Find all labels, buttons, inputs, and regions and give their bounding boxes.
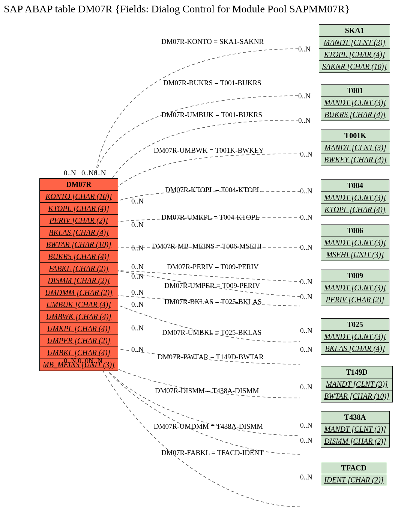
main-field: BKLAS [CHAR (4)] bbox=[40, 227, 118, 239]
card-l2: 0..N bbox=[131, 221, 144, 229]
card-r1: 0..N bbox=[298, 92, 311, 100]
rel-header: T001K bbox=[321, 130, 390, 142]
rel-tfacd: TFACD IDENT [CHAR (2)] bbox=[321, 462, 387, 486]
main-field: KTOPL [CHAR (4)] bbox=[40, 203, 118, 215]
card-r12: 0..N bbox=[300, 473, 312, 481]
rel-field: PERIV [CHAR (2)] bbox=[321, 294, 389, 306]
rel-field: SAKNR [CHAR (10)] bbox=[319, 61, 390, 73]
rel-field: MANDT [CLNT (3)] bbox=[321, 423, 390, 436]
rel-field: MSEHI [UNIT (3)] bbox=[321, 249, 389, 261]
join-9: DM07R-BKLAS = T025-BKLAS bbox=[164, 298, 262, 306]
join-10: DM07R-UMBKL = T025-BKLAS bbox=[162, 329, 261, 337]
card-r10: 0..N bbox=[300, 383, 312, 391]
main-field: KONTO [CHAR (10)] bbox=[40, 191, 118, 203]
rel-header: T001 bbox=[321, 85, 389, 97]
join-2: DM07R-UMBUK = T001-BUKRS bbox=[161, 111, 262, 119]
join-11: DM07R-BWTAR = T149D-BWTAR bbox=[158, 353, 264, 361]
main-field: UMPER [CHAR (2)] bbox=[40, 335, 118, 347]
card-top-group: 0..N 0..N0..N bbox=[64, 169, 106, 177]
main-field: FABKL [CHAR (2)] bbox=[40, 263, 118, 275]
rel-t001k: T001K MANDT [CLNT (3)] BWKEY [CHAR (4)] bbox=[321, 130, 390, 166]
join-5: DM07R-UMKPL = T004-KTOPL bbox=[161, 213, 260, 222]
card-r9a: 0..N bbox=[300, 327, 312, 335]
card-l7: 0..N bbox=[131, 300, 144, 309]
card-r11: 0..N bbox=[300, 421, 312, 430]
rel-t009: T009 MANDT [CLNT (3)] PERIV [CHAR (2)] bbox=[321, 270, 389, 306]
rel-header: T006 bbox=[321, 225, 389, 237]
card-r11b: 0..N bbox=[300, 436, 312, 445]
card-l9: 0..N bbox=[131, 345, 144, 354]
rel-field: MANDT [CLNT (3)] bbox=[321, 378, 393, 390]
rel-header: T009 bbox=[321, 270, 389, 282]
main-field: UMDMM [CHAR (2)] bbox=[40, 287, 118, 299]
join-13: DM07R-UMDMM = T438A-DISMM bbox=[154, 422, 263, 431]
card-r8: 0..N bbox=[300, 293, 312, 301]
rel-header: T004 bbox=[321, 180, 389, 192]
rel-field: BWTAR [CHAR (10)] bbox=[321, 390, 393, 402]
rel-field: IDENT [CHAR (2)] bbox=[321, 474, 387, 486]
rel-t006: T006 MANDT [CLNT (3)] MSEHI [UNIT (3)] bbox=[321, 225, 389, 261]
rel-field: MANDT [CLNT (3)] bbox=[321, 331, 389, 343]
join-3: DM07R-UMBWK = T001K-BWKEY bbox=[154, 146, 264, 155]
join-8: DM07R-UMPER = T009-PERIV bbox=[164, 282, 260, 290]
rel-field: BKLAS [CHAR (4)] bbox=[321, 343, 389, 355]
card-l1: 0..N bbox=[131, 197, 144, 205]
rel-t438a: T438A MANDT [CLNT (3)] DISMM [CHAR (2)] bbox=[321, 411, 390, 448]
rel-header: T438A bbox=[321, 411, 390, 423]
rel-t001: T001 MANDT [CLNT (3)] BUKRS [CHAR (4)] bbox=[321, 84, 389, 121]
card-r4: 0..N bbox=[300, 187, 312, 195]
main-field: DISMM [CHAR (2)] bbox=[40, 275, 118, 287]
join-4: DM07R-KTOPL = T004-KTOPL bbox=[165, 186, 261, 194]
card-r3: 0..N bbox=[300, 150, 312, 158]
card-r9b: 0..N bbox=[300, 345, 312, 354]
rel-ska1: SKA1 MANDT [CLNT (3)] KTOPL [CHAR (4)] S… bbox=[319, 24, 390, 73]
main-table: DM07R KONTO [CHAR (10)] KTOPL [CHAR (4)]… bbox=[39, 178, 118, 371]
rel-field: KTOPL [CHAR (4)] bbox=[321, 204, 389, 216]
card-r2: 0..N bbox=[298, 116, 311, 125]
rel-header: T025 bbox=[321, 319, 389, 331]
join-0: DM07R-KONTO = SKA1-SAKNR bbox=[161, 38, 264, 46]
main-field: BWTAR [CHAR (10)] bbox=[40, 239, 118, 251]
rel-field: BWKEY [CHAR (4)] bbox=[321, 154, 390, 166]
join-14: DM07R-FABKL = TFACD-IDENT bbox=[161, 449, 264, 457]
rel-header: T149D bbox=[321, 366, 393, 378]
rel-field: MANDT [CLNT (3)] bbox=[321, 282, 389, 294]
rel-field: MANDT [CLNT (3)] bbox=[321, 237, 389, 249]
rel-header: TFACD bbox=[321, 462, 387, 474]
card-l5: 0..N bbox=[131, 272, 144, 280]
main-field: UMKPL [CHAR (4)] bbox=[40, 323, 118, 335]
join-1: DM07R-BUKRS = T001-BUKRS bbox=[163, 79, 261, 87]
join-12: DM07R-DISMM = T438A-DISMM bbox=[155, 387, 259, 395]
card-r0: 0..N bbox=[298, 45, 311, 53]
main-field: PERIV [CHAR (2)] bbox=[40, 215, 118, 227]
rel-field: MANDT [CLNT (3)] bbox=[321, 142, 390, 154]
rel-t149d: T149D MANDT [CLNT (3)] BWTAR [CHAR (10)] bbox=[321, 366, 393, 402]
card-r7: 0..N bbox=[300, 278, 312, 286]
card-l8: 0..N bbox=[131, 324, 144, 332]
main-table-header: DM07R bbox=[40, 179, 118, 191]
rel-field: BUKRS [CHAR (4)] bbox=[321, 109, 389, 121]
card-r6: 0..N bbox=[300, 243, 312, 252]
main-field: UMBWK [CHAR (4)] bbox=[40, 311, 118, 323]
main-field: UMBUK [CHAR (4)] bbox=[40, 299, 118, 311]
rel-header: SKA1 bbox=[319, 25, 390, 37]
card-l3: 0..N bbox=[131, 244, 144, 252]
rel-field: MANDT [CLNT (3)] bbox=[321, 192, 389, 204]
card-bottom-group: 0..N 0..0N..N bbox=[64, 357, 102, 365]
rel-field: MANDT [CLNT (3)] bbox=[319, 37, 390, 49]
rel-field: KTOPL [CHAR (4)] bbox=[319, 49, 390, 61]
rel-field: MANDT [CLNT (3)] bbox=[321, 97, 389, 109]
card-l4: 0..N bbox=[131, 263, 144, 271]
card-l6: 0..N bbox=[131, 288, 144, 297]
join-7: DM07R-PERIV = T009-PERIV bbox=[167, 263, 258, 271]
rel-field: DISMM [CHAR (2)] bbox=[321, 436, 390, 448]
rel-t004: T004 MANDT [CLNT (3)] KTOPL [CHAR (4)] bbox=[321, 179, 389, 216]
rel-t025: T025 MANDT [CLNT (3)] BKLAS [CHAR (4)] bbox=[321, 318, 389, 355]
card-r5: 0..N bbox=[300, 213, 312, 222]
join-6: DM07R-MB_MEINS = T006-MSEHI bbox=[152, 242, 261, 250]
page-title: SAP ABAP table DM07R {Fields: Dialog Con… bbox=[4, 3, 350, 15]
main-field: BUKRS [CHAR (4)] bbox=[40, 251, 118, 263]
